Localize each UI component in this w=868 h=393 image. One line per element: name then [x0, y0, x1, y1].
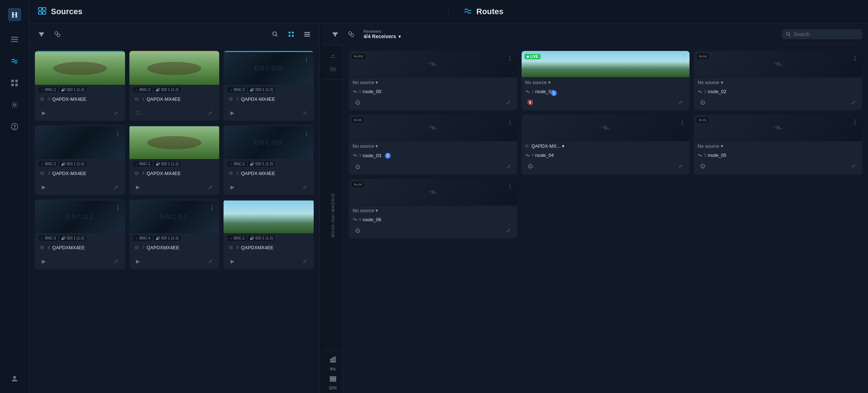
- card-more-5[interactable]: ⋮: [302, 129, 311, 138]
- card-more-2[interactable]: ⋮: [302, 55, 311, 64]
- route-card-3[interactable]: IN-05 ⋮ No source ▾: [349, 115, 517, 175]
- sources-filter-btn[interactable]: [35, 28, 48, 41]
- card-stop-1[interactable]: □: [133, 108, 143, 118]
- route-source-selector-6[interactable]: No source ▾: [353, 208, 378, 213]
- sidebar-item-user[interactable]: [6, 370, 23, 387]
- source-card-4[interactable]: ⋮ → BNC-1 🔊 SDI 1 (1-2): [129, 125, 220, 195]
- route-more-5[interactable]: ⋮: [851, 118, 859, 126]
- sources-toolbar: [29, 23, 320, 45]
- route-more-2[interactable]: ⋮: [851, 54, 859, 63]
- source-card-5[interactable]: ENCOD ⋮ → BNC-2 🔊 SDI 1 (1-2): [224, 125, 314, 195]
- routes-filter-btn[interactable]: [329, 28, 342, 41]
- route-power-5[interactable]: ⏻: [698, 161, 708, 171]
- card-more-3[interactable]: ⋮: [113, 129, 122, 138]
- svg-rect-23: [289, 35, 290, 37]
- route-power-0[interactable]: ⏻: [353, 97, 363, 107]
- side-stat-icon-2: [327, 373, 339, 384]
- route-power-6[interactable]: ⏻: [353, 225, 363, 235]
- meta-bnc-7: → BNC-4: [133, 235, 152, 241]
- route-source-selector-0[interactable]: No source ▾: [353, 80, 378, 85]
- route-source-selector-2[interactable]: No source ▾: [698, 80, 723, 85]
- route-expand-0[interactable]: ⤢: [503, 97, 514, 107]
- card-expand-4[interactable]: ⤢: [205, 182, 216, 192]
- svg-rect-21: [289, 32, 290, 33]
- card-expand-8[interactable]: ⤢: [300, 256, 310, 266]
- route-card-1[interactable]: LIVE ⋮ No source ▾: [522, 51, 690, 110]
- route-mute-1[interactable]: 🔇: [525, 97, 535, 107]
- source-card-7[interactable]: ENCO7 ⋮ → BNC-4 🔊 SDI 1 (1-2): [129, 199, 220, 269]
- device-icon-8: ⊟: [227, 244, 234, 251]
- card-more-1[interactable]: ⋮: [208, 55, 216, 64]
- card-play-6[interactable]: ▶: [39, 256, 49, 266]
- route-more-1[interactable]: ⋮: [679, 52, 688, 61]
- sidebar-item-settings[interactable]: [6, 96, 23, 114]
- card-expand-7[interactable]: ⤢: [205, 256, 216, 266]
- sources-list-view-btn[interactable]: [301, 28, 314, 41]
- source-card-0[interactable]: ⋮ → BNC-1 🔊 SDI 1 (1-2): [35, 51, 125, 121]
- route-card-4[interactable]: ⋮ ⊟ QAPDX-MX... ▾: [522, 115, 690, 175]
- route-more-6[interactable]: ⋮: [506, 182, 514, 191]
- receivers-selector[interactable]: 4/4 Receivers ▾: [363, 33, 401, 39]
- routes-search-input[interactable]: [794, 31, 858, 37]
- card-expand-3[interactable]: ⤢: [111, 182, 121, 192]
- card-play-7[interactable]: ▶: [133, 256, 143, 266]
- route-more-3[interactable]: ⋮: [506, 118, 514, 126]
- route-source-selector-5[interactable]: No source ▾: [698, 143, 723, 149]
- card-more-4[interactable]: ⋮: [208, 129, 216, 138]
- card-play-3[interactable]: ▶: [39, 182, 49, 192]
- route-name-row-6: 6 route_06: [349, 215, 517, 224]
- card-expand-5[interactable]: ⤢: [300, 182, 310, 192]
- card-more-7[interactable]: ⋮: [208, 203, 216, 212]
- thumb-enc-7: ENCO7: [160, 213, 188, 221]
- route-expand-4[interactable]: ⤢: [676, 161, 686, 171]
- route-expand-3[interactable]: ⤢: [503, 162, 514, 172]
- route-expand-5[interactable]: ⤢: [848, 161, 859, 171]
- sources-group-btn[interactable]: [51, 28, 64, 41]
- route-expand-1[interactable]: ⤢: [676, 97, 686, 107]
- card-expand-2[interactable]: ⤢: [300, 108, 310, 118]
- card-play-5[interactable]: ▶: [227, 182, 237, 192]
- source-card-2[interactable]: ENCOD ⋮ → BNC-2 🔊 SDI 1 (1-2): [224, 51, 314, 121]
- routes-toolbar: Receivers 4/4 Receivers ▾: [323, 23, 868, 45]
- source-card-6[interactable]: ENCO2 ⋮ → BNC-3 🔊 SDI 1 (1-2): [35, 199, 125, 269]
- route-card-6[interactable]: IN-04 ⋮ No source ▾: [349, 179, 517, 238]
- route-more-0[interactable]: ⋮: [506, 54, 514, 63]
- sidebar-item-support[interactable]: [6, 118, 23, 135]
- card-play-4[interactable]: ▶: [133, 182, 143, 192]
- card-play-0[interactable]: ▶: [39, 108, 49, 118]
- sources-title: Sources: [51, 7, 83, 16]
- source-card-1[interactable]: ⋮ → BNC-2 🔊 SDI 1 (1-2): [129, 51, 220, 121]
- card-expand-6[interactable]: ⤢: [111, 256, 121, 266]
- card-more-0[interactable]: ⋮: [113, 55, 122, 64]
- sidebar-item-routes[interactable]: [6, 52, 23, 70]
- route-power-3[interactable]: ⏻: [353, 162, 363, 172]
- route-expand-6[interactable]: ⤢: [503, 225, 514, 235]
- card-expand-0[interactable]: ⤢: [111, 108, 121, 118]
- sidebar-item-menu[interactable]: [6, 31, 23, 48]
- device-icon-4: ⊟: [133, 170, 140, 177]
- card-play-8[interactable]: ▶: [227, 256, 237, 266]
- route-more-4[interactable]: ⋮: [678, 118, 687, 126]
- route-source-selector-1[interactable]: No source ▾: [525, 80, 551, 85]
- routes-group-btn[interactable]: [345, 28, 358, 41]
- source-card-8[interactable]: LIVE ⋮ → BNC-1 🔊 SDI 1 (1-2): [224, 199, 314, 269]
- route-card-2[interactable]: IN-04 ⋮ No source ▾: [694, 51, 862, 110]
- route-card-id-5: IN-01: [697, 118, 708, 123]
- card-expand-1[interactable]: ⤢: [205, 108, 216, 118]
- route-power-4[interactable]: ⏻: [525, 161, 535, 171]
- route-expand-2[interactable]: ⤢: [848, 97, 859, 107]
- card-more-8[interactable]: ⋮: [302, 203, 311, 212]
- source-card-3[interactable]: ⋮ → BNC-2 🔊 SDI 1 (1-2): [35, 125, 125, 195]
- route-card-id-3: IN-05: [352, 118, 363, 123]
- meta-sdi-3: 🔊 SDI 1 (1-2): [59, 161, 86, 167]
- route-source-selector-4[interactable]: ⊟ QAPDX-MX... ▾: [525, 143, 564, 149]
- route-card-0[interactable]: IN-001 ⋮ No source ▾: [349, 51, 517, 110]
- sidebar-item-grid[interactable]: [6, 74, 23, 92]
- route-power-2[interactable]: ⏻: [698, 97, 708, 107]
- card-more-6[interactable]: ⋮: [113, 203, 122, 212]
- sources-search-btn[interactable]: [269, 28, 282, 41]
- card-play-2[interactable]: ▶: [227, 108, 237, 118]
- route-card-5[interactable]: IN-01 ⋮ No source ▾: [694, 115, 862, 175]
- route-source-selector-3[interactable]: No source ▾: [353, 143, 378, 149]
- sources-grid-view-btn[interactable]: [285, 28, 298, 41]
